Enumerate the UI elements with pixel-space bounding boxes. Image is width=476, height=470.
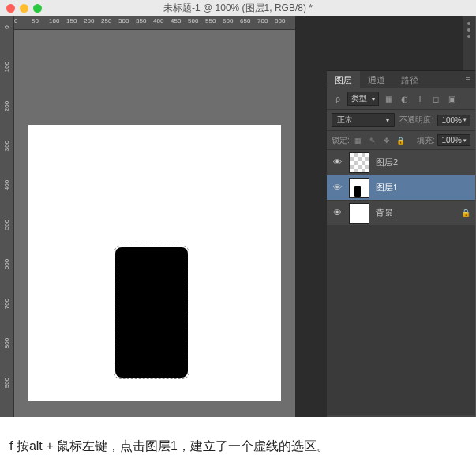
panels: 图层 通道 路径 ≡ ρ 类型 ▦ ◐ T ◻ ▣ 正常 不透明度: 100%	[327, 16, 475, 417]
opacity-label: 不透明度:	[399, 115, 433, 126]
horizontal-ruler: 0501001502002503003504004505005506006507…	[14, 16, 295, 30]
ruler-tick: 150	[66, 17, 77, 24]
lock-icon: 🔒	[461, 209, 470, 217]
filter-type-select[interactable]: 类型	[347, 92, 379, 106]
tab-channels[interactable]: 通道	[360, 71, 393, 88]
panel-strip[interactable]	[463, 16, 475, 70]
ruler-tick: 550	[205, 17, 216, 24]
layer-row[interactable]: 👁 图层1	[327, 175, 475, 201]
ruler-tick: 600	[223, 17, 233, 24]
layers-list: 👁 图层2 👁 图层1 👁 背景 🔒	[327, 150, 475, 226]
panel-empty	[327, 226, 475, 415]
lock-row: 锁定: ▦ ✎ ✥ 🔒 填充: 100%	[327, 131, 475, 150]
visibility-icon[interactable]: 👁	[332, 157, 343, 168]
ruler-tick: 800	[275, 17, 285, 24]
ruler-tick: 600	[3, 258, 10, 271]
ruler-tick: 500	[188, 17, 198, 24]
ruler-tick: 250	[101, 17, 111, 24]
ruler-tick: 650	[240, 17, 250, 24]
filter-adjust-icon[interactable]: ◐	[398, 92, 410, 105]
ruler-tick: 400	[3, 179, 10, 192]
ruler-tick: 0	[3, 21, 10, 34]
zoom-icon[interactable]	[33, 4, 42, 13]
traffic-lights	[6, 4, 42, 13]
ruler-tick: 900	[3, 376, 10, 389]
filter-shape-icon[interactable]: ◻	[429, 92, 442, 105]
panel-menu-icon[interactable]: ≡	[461, 71, 475, 88]
filter-pixel-icon[interactable]: ▦	[382, 92, 395, 105]
fill-input[interactable]: 100%	[437, 134, 470, 146]
layer-thumbnail[interactable]	[349, 178, 369, 198]
minimize-icon[interactable]	[20, 4, 28, 13]
layer-thumbnail[interactable]	[349, 203, 369, 224]
photoshop-window: 未标题-1 @ 100% (图层1, RGB/8) * 010020030040…	[0, 0, 476, 417]
ruler-tick: 500	[3, 218, 10, 231]
ruler-tick: 300	[3, 139, 10, 152]
panel-gap	[295, 16, 327, 417]
ruler-tick: 700	[3, 297, 10, 310]
tab-paths[interactable]: 路径	[393, 71, 426, 88]
ruler-tick: 700	[257, 17, 268, 24]
vertical-ruler: 0100200300400500600700800900	[0, 16, 14, 417]
layer-thumbnail[interactable]	[349, 152, 369, 173]
filter-type-icon[interactable]: T	[414, 92, 426, 105]
ruler-tick: 300	[118, 17, 129, 24]
ruler-tick: 200	[84, 17, 94, 24]
lock-transparent-icon[interactable]: ▦	[353, 135, 364, 146]
ruler-tick: 450	[171, 17, 181, 24]
layer-name: 图层1	[376, 182, 398, 194]
document-title: 未标题-1 @ 100% (图层1, RGB/8) *	[163, 2, 313, 15]
panel-tabs: 图层 通道 路径 ≡	[327, 71, 475, 88]
opacity-input[interactable]: 100%	[437, 115, 470, 126]
ruler-tick: 100	[49, 17, 59, 24]
ruler-tick: 400	[153, 17, 163, 24]
collapsed-panels	[327, 16, 475, 71]
ruler-tick: 200	[3, 100, 10, 113]
fill-label: 填充:	[417, 135, 435, 146]
visibility-icon[interactable]: 👁	[332, 208, 343, 219]
blend-mode-select[interactable]: 正常	[332, 113, 395, 127]
search-icon: ρ	[332, 92, 344, 105]
ruler-tick: 350	[136, 17, 146, 24]
marching-ants-selection	[114, 246, 189, 379]
lock-position-icon[interactable]: ✥	[381, 135, 392, 146]
filter-smart-icon[interactable]: ▣	[445, 92, 458, 105]
layer-row[interactable]: 👁 图层2	[327, 150, 475, 175]
ruler-tick: 50	[32, 17, 39, 24]
caption-text: f 按alt + 鼠标左键，点击图层1，建立了一个虚线的选区。	[0, 417, 476, 470]
blend-row: 正常 不透明度: 100%	[327, 110, 475, 131]
lock-label: 锁定:	[332, 135, 350, 146]
tab-layers[interactable]: 图层	[327, 71, 360, 88]
close-icon[interactable]	[6, 4, 15, 13]
visibility-icon[interactable]: 👁	[332, 182, 343, 194]
layer-name: 背景	[376, 207, 393, 219]
lock-pixels-icon[interactable]: ✎	[367, 135, 378, 146]
lock-all-icon[interactable]: 🔒	[395, 135, 407, 146]
titlebar: 未标题-1 @ 100% (图层1, RGB/8) *	[0, 0, 476, 16]
ruler-tick: 100	[3, 60, 10, 73]
layer-row[interactable]: 👁 背景 🔒	[327, 201, 475, 226]
ruler-tick: 800	[3, 337, 10, 350]
layer-name: 图层2	[376, 156, 398, 168]
filter-row: ρ 类型 ▦ ◐ T ◻ ▣	[327, 88, 475, 110]
canvas-area[interactable]	[14, 30, 295, 417]
document-canvas[interactable]	[28, 125, 281, 401]
ruler-tick: 0	[14, 17, 17, 24]
